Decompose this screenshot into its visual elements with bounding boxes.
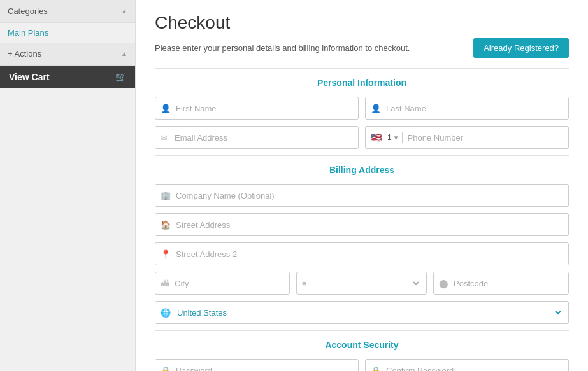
city-state-row: 🏙 ≡ — ⬤ — [155, 272, 569, 295]
street1-row: 🏠 — [155, 213, 569, 236]
last-name-group: 👤 — [365, 97, 569, 120]
password-group: 🔒 — [155, 359, 359, 371]
country-select-wrapper: 🌐 United States — [155, 301, 569, 324]
already-registered-button[interactable]: Already Registered? — [473, 38, 569, 58]
postcode-group: ⬤ — [433, 272, 569, 295]
divider-1 — [155, 68, 569, 69]
actions-label: + Actions — [8, 49, 41, 59]
categories-chevron-icon: ▲ — [121, 8, 127, 15]
phone-flag-selector[interactable]: 🇺🇸 +1 ▼ — [368, 132, 403, 143]
city-input[interactable] — [172, 279, 284, 288]
personal-info-section-title: Personal Information — [155, 78, 569, 88]
state-select-wrapper: ≡ — — [296, 272, 427, 295]
street1-input[interactable] — [173, 220, 563, 230]
first-name-group: 👤 — [155, 97, 359, 120]
password-row: 🔒 🔒 — [155, 359, 569, 371]
globe-icon: 🌐 — [161, 308, 171, 318]
city-input-wrapper: 🏙 — [155, 272, 290, 295]
city-icon: 🏙 — [161, 279, 169, 288]
main-content: Checkout Please enter your personal deta… — [136, 0, 588, 371]
street2-input[interactable] — [173, 249, 563, 259]
sidebar: Categories ▲ Main Plans + Actions ▲ View… — [0, 0, 136, 371]
phone-input[interactable] — [405, 133, 566, 143]
email-input[interactable] — [172, 133, 353, 143]
actions-chevron-icon: ▲ — [121, 50, 127, 57]
subtitle-text: Please enter your personal details and b… — [155, 43, 410, 53]
first-name-input[interactable] — [173, 104, 353, 113]
email-icon: ✉ — [161, 133, 169, 143]
password-input-wrapper: 🔒 — [155, 359, 359, 371]
email-group: ✉ — [155, 126, 359, 149]
contact-row: ✉ 🇺🇸 +1 ▼ — [155, 126, 569, 149]
billing-address-section-title: Billing Address — [155, 165, 569, 175]
confirm-password-input-wrapper: 🔒 — [365, 359, 569, 371]
state-select[interactable]: — — [316, 278, 421, 289]
city-group: 🏙 — [155, 272, 290, 295]
company-input[interactable] — [173, 191, 563, 200]
view-cart-label: View Cart — [9, 72, 50, 82]
divider-3 — [155, 330, 569, 331]
phone-dropdown-arrow-icon: ▼ — [393, 134, 399, 141]
last-name-input-wrapper: 👤 — [365, 97, 569, 120]
street2-row: 📍 — [155, 242, 569, 265]
email-input-wrapper: ✉ — [155, 126, 359, 149]
account-security-section-title: Account Security — [155, 340, 569, 350]
phone-group: 🇺🇸 +1 ▼ — [365, 126, 569, 149]
phone-input-wrapper: 🇺🇸 +1 ▼ — [365, 126, 569, 149]
address-icon: 🏠 — [161, 220, 171, 230]
page-subtitle: Please enter your personal details and b… — [155, 38, 569, 58]
company-row: 🏢 — [155, 184, 569, 207]
street2-group: 📍 — [155, 242, 569, 265]
last-name-input[interactable] — [384, 104, 563, 113]
company-input-wrapper: 🏢 — [155, 184, 569, 207]
lock-icon: 🔒 — [161, 366, 171, 372]
user-icon-2: 👤 — [371, 104, 381, 113]
country-group: 🌐 United States — [155, 301, 569, 324]
user-icon: 👤 — [161, 104, 171, 113]
cart-icon: 🛒 — [115, 72, 126, 82]
page-title: Checkout — [155, 13, 569, 33]
lock-icon-2: 🔒 — [371, 366, 381, 372]
password-input[interactable] — [173, 366, 353, 372]
address2-icon: 📍 — [161, 249, 171, 259]
company-group: 🏢 — [155, 184, 569, 207]
confirm-password-input[interactable] — [384, 366, 563, 372]
country-select[interactable]: United States — [175, 307, 563, 318]
confirm-password-group: 🔒 — [365, 359, 569, 371]
country-row: 🌐 United States — [155, 301, 569, 324]
street1-group: 🏠 — [155, 213, 569, 236]
postcode-input-wrapper: ⬤ — [433, 272, 569, 295]
building-icon: 🏢 — [161, 191, 171, 200]
first-name-input-wrapper: 👤 — [155, 97, 359, 120]
street1-input-wrapper: 🏠 — [155, 213, 569, 236]
state-group: ≡ — — [296, 272, 427, 295]
postcode-icon: ⬤ — [439, 279, 448, 288]
street2-input-wrapper: 📍 — [155, 242, 569, 265]
categories-section-header[interactable]: Categories ▲ — [0, 0, 135, 23]
postcode-input[interactable] — [451, 279, 563, 288]
divider-2 — [155, 155, 569, 156]
sidebar-item-main-plans[interactable]: Main Plans — [0, 23, 135, 43]
view-cart-button[interactable]: View Cart 🛒 — [0, 66, 135, 88]
phone-code: +1 — [383, 133, 392, 142]
state-icon: ≡ — [302, 279, 311, 288]
name-row: 👤 👤 — [155, 97, 569, 120]
categories-label: Categories — [8, 6, 48, 16]
actions-section-header[interactable]: + Actions ▲ — [0, 43, 135, 66]
flag-icon: 🇺🇸 — [371, 132, 382, 143]
